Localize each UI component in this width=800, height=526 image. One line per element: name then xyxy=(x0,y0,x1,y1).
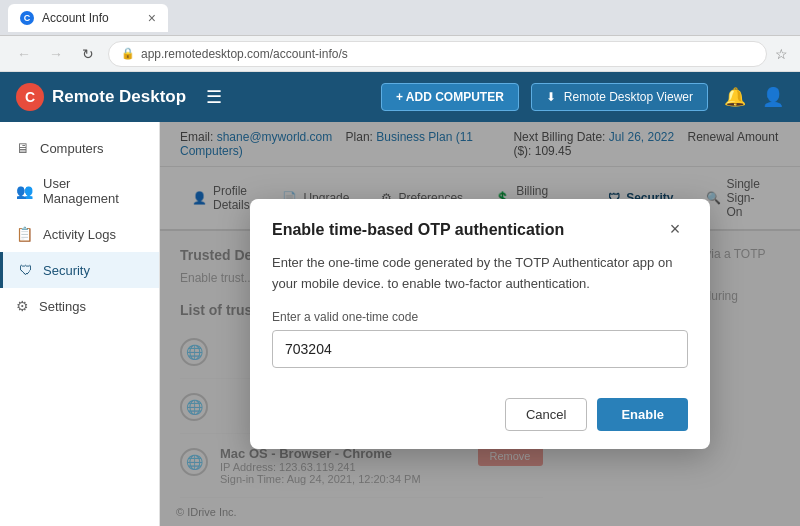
viewer-label: Remote Desktop Viewer xyxy=(564,90,693,104)
user-management-icon: 👥 xyxy=(16,183,33,199)
reload-button[interactable]: ↻ xyxy=(76,42,100,66)
header-right: ⬇ Remote Desktop Viewer 🔔 👤 xyxy=(531,83,784,111)
sidebar-item-computers[interactable]: 🖥 Computers xyxy=(0,130,159,166)
otp-input[interactable] xyxy=(272,330,688,368)
hamburger-button[interactable]: ☰ xyxy=(206,86,222,108)
sidebar-item-user-management[interactable]: 👥 User Management xyxy=(0,166,159,216)
sidebar-security-label: Security xyxy=(43,263,90,278)
download-icon: ⬇ xyxy=(546,90,556,104)
sidebar-settings-label: Settings xyxy=(39,299,86,314)
add-computer-label: + ADD COMPUTER xyxy=(396,90,504,104)
active-tab[interactable]: C Account Info × xyxy=(8,4,168,32)
modal-title: Enable time-based OTP authentication xyxy=(272,221,564,239)
tab-close-button[interactable]: × xyxy=(148,10,156,26)
sidebar-user-management-label: User Management xyxy=(43,176,143,206)
forward-button[interactable]: → xyxy=(44,42,68,66)
tab-favicon: C xyxy=(20,11,34,25)
logo-text: Remote Desktop xyxy=(52,87,186,107)
add-computer-button[interactable]: + ADD COMPUTER xyxy=(381,83,519,111)
back-button[interactable]: ← xyxy=(12,42,36,66)
modal-close-button[interactable]: × xyxy=(662,217,688,243)
settings-icon: ⚙ xyxy=(16,298,29,314)
cancel-button[interactable]: Cancel xyxy=(505,398,587,431)
sidebar-activity-logs-label: Activity Logs xyxy=(43,227,116,242)
otp-modal: Enable time-based OTP authentication × E… xyxy=(250,199,710,450)
user-icon[interactable]: 👤 xyxy=(762,86,784,108)
enable-button[interactable]: Enable xyxy=(597,398,688,431)
tab-title: Account Info xyxy=(42,11,109,25)
modal-body: Enter the one-time code generated by the… xyxy=(250,253,710,387)
bell-icon[interactable]: 🔔 xyxy=(724,86,746,108)
sidebar-computers-label: Computers xyxy=(40,141,104,156)
modal-overlay: Enable time-based OTP authentication × E… xyxy=(160,122,800,526)
url-text: app.remotedesktop.com/account-info/s xyxy=(141,47,348,61)
sidebar-item-settings[interactable]: ⚙ Settings xyxy=(0,288,159,324)
sidebar-item-security[interactable]: 🛡 Security xyxy=(0,252,159,288)
modal-input-label: Enter a valid one-time code xyxy=(272,310,688,324)
app-header: C Remote Desktop ☰ + ADD COMPUTER ⬇ Remo… xyxy=(0,72,800,122)
browser-controls: ← → ↻ 🔒 app.remotedesktop.com/account-in… xyxy=(0,36,800,72)
modal-header: Enable time-based OTP authentication × xyxy=(250,199,710,253)
app-container: C Remote Desktop ☰ + ADD COMPUTER ⬇ Remo… xyxy=(0,72,800,526)
logo-icon: C xyxy=(16,83,44,111)
browser-tabs: C Account Info × xyxy=(8,0,168,35)
remote-viewer-button[interactable]: ⬇ Remote Desktop Viewer xyxy=(531,83,708,111)
browser-chrome: C Account Info × xyxy=(0,0,800,36)
sidebar-item-activity-logs[interactable]: 📋 Activity Logs xyxy=(0,216,159,252)
logo-area: C Remote Desktop xyxy=(16,83,186,111)
computers-icon: 🖥 xyxy=(16,140,30,156)
content-area: 🖥 Computers 👥 User Management 📋 Activity… xyxy=(0,122,800,526)
lock-icon: 🔒 xyxy=(121,47,135,60)
sidebar: 🖥 Computers 👥 User Management 📋 Activity… xyxy=(0,122,160,526)
security-icon: 🛡 xyxy=(19,262,33,278)
bookmark-icon[interactable]: ☆ xyxy=(775,46,788,62)
address-bar[interactable]: 🔒 app.remotedesktop.com/account-info/s xyxy=(108,41,767,67)
activity-logs-icon: 📋 xyxy=(16,226,33,242)
modal-footer: Cancel Enable xyxy=(250,386,710,449)
main-content: Email: shane@myworld.com Plan: Business … xyxy=(160,122,800,526)
modal-description: Enter the one-time code generated by the… xyxy=(272,253,688,295)
